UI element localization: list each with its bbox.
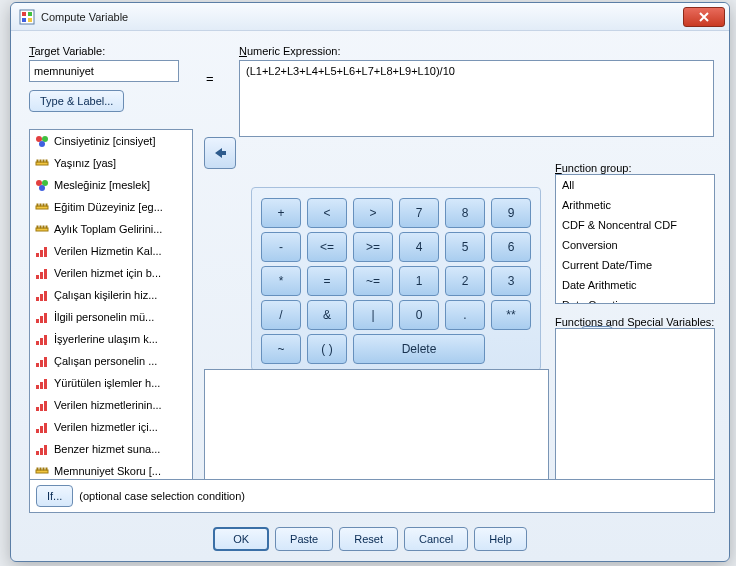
variable-item[interactable]: Eğitim Düzeyiniz [eg... <box>30 196 192 218</box>
svg-rect-9 <box>37 160 38 162</box>
move-to-expression-button[interactable] <box>204 137 236 169</box>
nominal-icon <box>35 134 49 148</box>
function-group-item[interactable]: Current Date/Time <box>556 255 714 275</box>
variable-item[interactable]: Verilen hizmet için b... <box>30 262 192 284</box>
keypad-[interactable]: & <box>307 300 347 330</box>
variable-label: Memnuniyet Skoru [... <box>54 462 161 480</box>
target-variable-input[interactable] <box>29 60 179 82</box>
keypad-6[interactable]: 6 <box>491 232 531 262</box>
svg-rect-26 <box>36 253 39 257</box>
variable-item[interactable]: Verilen hizmetler içi... <box>30 416 192 438</box>
variable-item[interactable]: İlgili personelin mü... <box>30 306 192 328</box>
variable-item[interactable]: Yaşınız [yas] <box>30 152 192 174</box>
ok-button[interactable]: OK <box>213 527 269 551</box>
svg-rect-35 <box>36 319 39 323</box>
keypad-Delete[interactable]: Delete <box>353 334 485 364</box>
function-group-item[interactable]: Arithmetic <box>556 195 714 215</box>
function-group-item[interactable]: CDF & Noncentral CDF <box>556 215 714 235</box>
svg-rect-42 <box>40 360 43 367</box>
keypad-[interactable]: ~ <box>261 334 301 364</box>
keypad-[interactable]: . <box>445 300 485 330</box>
variable-item[interactable]: İşyerlerine ulaşım k... <box>30 328 192 350</box>
keypad-[interactable]: ~= <box>353 266 393 296</box>
keypad-[interactable]: = <box>307 266 347 296</box>
ordinal-icon <box>35 288 49 302</box>
keypad-[interactable]: < <box>307 198 347 228</box>
close-button[interactable] <box>683 7 725 27</box>
description-area <box>204 369 549 483</box>
svg-rect-45 <box>40 382 43 389</box>
function-group-item[interactable]: Date Creation <box>556 295 714 304</box>
keypad-5[interactable]: 5 <box>445 232 485 262</box>
svg-point-14 <box>42 180 48 186</box>
type-and-label-button[interactable]: Type & Label... <box>29 90 124 112</box>
target-variable-label: Target Variable: <box>29 45 193 57</box>
keypad-[interactable]: | <box>353 300 393 330</box>
scale-icon <box>35 222 49 236</box>
keypad-7[interactable]: 7 <box>399 198 439 228</box>
keypad-4[interactable]: 4 <box>399 232 439 262</box>
variable-label: İlgili personelin mü... <box>54 308 154 326</box>
keypad-8[interactable]: 8 <box>445 198 485 228</box>
ordinal-icon <box>35 332 49 346</box>
function-group-item[interactable]: Date Arithmetic <box>556 275 714 295</box>
variable-item[interactable]: Verilen Hizmetin Kal... <box>30 240 192 262</box>
variable-item[interactable]: Çalışan kişilerin hiz... <box>30 284 192 306</box>
variable-label: Çalışan kişilerin hiz... <box>54 286 157 304</box>
scale-icon <box>35 156 49 170</box>
svg-rect-32 <box>36 297 39 301</box>
keypad-0[interactable]: 0 <box>399 300 439 330</box>
svg-rect-19 <box>43 204 44 206</box>
svg-rect-41 <box>36 363 39 367</box>
keypad-9[interactable]: 9 <box>491 198 531 228</box>
variable-item[interactable]: Cinsiyetiniz [cinsiyet] <box>30 130 192 152</box>
paste-button[interactable]: Paste <box>275 527 333 551</box>
svg-rect-22 <box>37 226 38 228</box>
functions-special-list[interactable] <box>555 328 715 494</box>
ordinal-icon <box>35 244 49 258</box>
reset-button[interactable]: Reset <box>339 527 398 551</box>
variable-label: Çalışan personelin ... <box>54 352 157 370</box>
variable-item[interactable]: Benzer hizmet suna... <box>30 438 192 460</box>
variable-item[interactable]: Aylık Toplam Gelirini... <box>30 218 192 240</box>
type-and-label-text: Type & Label... <box>40 95 113 107</box>
app-icon <box>19 9 35 25</box>
case-selection-row: If... (optional case selection condition… <box>29 479 715 513</box>
keypad-[interactable]: >= <box>353 232 393 262</box>
keypad-[interactable]: - <box>261 232 301 262</box>
keypad-1[interactable]: 1 <box>399 266 439 296</box>
keypad-2[interactable]: 2 <box>445 266 485 296</box>
svg-rect-37 <box>44 313 47 323</box>
numeric-expression-input[interactable]: (L1+L2+L3+L4+L5+L6+L7+L8+L9+L10)/10 <box>239 60 714 137</box>
keypad-[interactable]: / <box>261 300 301 330</box>
variable-list[interactable]: Cinsiyetiniz [cinsiyet]Yaşınız [yas]Mesl… <box>29 129 193 483</box>
svg-rect-46 <box>44 379 47 389</box>
ordinal-icon <box>35 354 49 368</box>
help-button[interactable]: Help <box>474 527 527 551</box>
ordinal-icon <box>35 266 49 280</box>
keypad-[interactable]: ( ) <box>307 334 347 364</box>
keypad-[interactable]: <= <box>307 232 347 262</box>
variable-item[interactable]: Mesleğiniz [meslek] <box>30 174 192 196</box>
variable-label: Verilen Hizmetin Kal... <box>54 242 162 260</box>
cancel-button[interactable]: Cancel <box>404 527 468 551</box>
function-group-item[interactable]: Conversion <box>556 235 714 255</box>
keypad-[interactable]: + <box>261 198 301 228</box>
svg-rect-20 <box>46 204 47 206</box>
keypad-[interactable]: * <box>261 266 301 296</box>
if-button[interactable]: If... <box>36 485 73 507</box>
svg-rect-52 <box>44 423 47 433</box>
keypad-[interactable]: > <box>353 198 393 228</box>
ordinal-icon <box>35 376 49 390</box>
variable-item[interactable]: Çalışan personelin ... <box>30 350 192 372</box>
variable-label: İşyerlerine ulaşım k... <box>54 330 158 348</box>
variable-item[interactable]: Yürütülen işlemler h... <box>30 372 192 394</box>
keypad-[interactable]: ** <box>491 300 531 330</box>
function-group-list[interactable]: AllArithmeticCDF & Noncentral CDFConvers… <box>555 174 715 304</box>
keypad-3[interactable]: 3 <box>491 266 531 296</box>
variable-label: Aylık Toplam Gelirini... <box>54 220 162 238</box>
variable-item[interactable]: Verilen hizmetlerinin... <box>30 394 192 416</box>
svg-rect-27 <box>40 250 43 257</box>
function-group-item[interactable]: All <box>556 175 714 195</box>
svg-rect-53 <box>36 451 39 455</box>
